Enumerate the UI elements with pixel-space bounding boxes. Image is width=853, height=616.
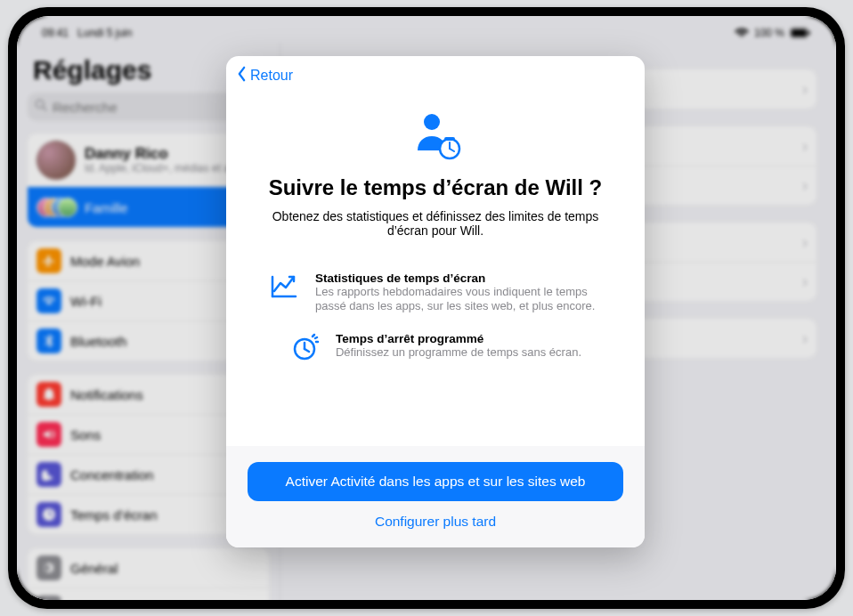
svg-line-16	[313, 335, 314, 336]
modal-title: Suivre le temps d’écran de Will ?	[269, 175, 603, 200]
back-label: Retour	[250, 68, 293, 84]
enable-activity-button[interactable]: Activer Activité dans les apps et sur le…	[248, 462, 623, 501]
screentime-modal: Retour Suivre le temps d’écran de Will ?…	[226, 56, 645, 547]
chevron-left-icon	[237, 66, 247, 85]
device-frame: 09:41 Lundi 5 juin 100 % Réglages	[8, 7, 845, 609]
feature-title: Statistiques de temps d’écran	[315, 272, 602, 285]
screen: 09:41 Lundi 5 juin 100 % Réglages	[17, 16, 836, 600]
chart-icon	[269, 272, 299, 302]
back-button[interactable]: Retour	[237, 66, 293, 85]
feature-downtime: Temps d’arrêt programmé Définissez un pr…	[279, 323, 592, 371]
feature-desc: Les rapports hebdomadaires vous indiquen…	[315, 285, 602, 314]
feature-statistics: Statistiques de temps d’écran Les rappor…	[258, 263, 613, 323]
downtime-icon	[289, 332, 320, 362]
configure-later-button[interactable]: Configurer plus tard	[375, 514, 496, 530]
screentime-hero-icon	[409, 109, 462, 163]
svg-line-17	[315, 337, 317, 338]
modal-body: Suivre le temps d’écran de Will ? Obtene…	[226, 95, 645, 446]
feature-title: Temps d’arrêt programmé	[336, 332, 581, 345]
modal-nav: Retour	[226, 56, 645, 95]
svg-point-7	[424, 114, 440, 130]
svg-line-15	[305, 349, 309, 352]
svg-rect-10	[444, 137, 455, 141]
modal-subtitle: Obtenez des statistiques et définissez d…	[258, 209, 613, 238]
feature-desc: Définissez un programme de temps sans éc…	[336, 345, 581, 360]
modal-footer: Activer Activité dans les apps et sur le…	[226, 446, 645, 547]
